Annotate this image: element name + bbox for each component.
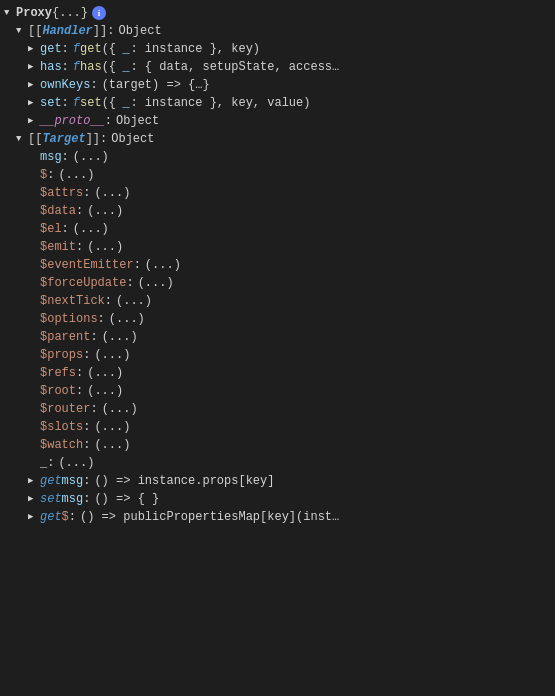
fn-keyword-set: f: [73, 94, 80, 112]
prop-watch-value: (...): [94, 436, 130, 454]
prop-refs[interactable]: $refs: (...): [0, 364, 555, 382]
set-msg-key: msg: [62, 490, 84, 508]
get-keyword: get: [40, 472, 62, 490]
set-fn-name: set: [80, 94, 102, 112]
prop-slots[interactable]: $slots: (...): [0, 418, 555, 436]
prop-eventemitter-key: $eventEmitter: [40, 256, 134, 274]
set-msg-line[interactable]: set msg: () => { }: [0, 490, 555, 508]
prop-forceupdate-key: $forceUpdate: [40, 274, 126, 292]
info-icon[interactable]: i: [92, 6, 106, 20]
get-msg-arrow[interactable]: [28, 472, 40, 490]
proto-arrow[interactable]: [28, 112, 40, 130]
prop-watch[interactable]: $watch: (...): [0, 436, 555, 454]
prop-attrs[interactable]: $attrs: (...): [0, 184, 555, 202]
prop-root-key: $root: [40, 382, 76, 400]
has-fn-name: has: [80, 58, 102, 76]
handler-type: Object: [118, 22, 161, 40]
prop-slots-value: (...): [94, 418, 130, 436]
prop-nexttick-key: $nextTick: [40, 292, 105, 310]
target-label: Target: [42, 130, 85, 148]
prop-refs-key: $refs: [40, 364, 76, 382]
prop-emit[interactable]: $emit: (...): [0, 238, 555, 256]
prop-data-value: (...): [87, 202, 123, 220]
prop-parent-value: (...): [102, 328, 138, 346]
prop-eventemitter[interactable]: $eventEmitter: (...): [0, 256, 555, 274]
ownkeys-line[interactable]: ownKeys: (target) => {…}: [0, 76, 555, 94]
prop-underscore-key: _: [40, 454, 47, 472]
get-dollar-keyword: get: [40, 508, 62, 526]
has-arrow[interactable]: [28, 58, 40, 76]
prop-props[interactable]: $props: (...): [0, 346, 555, 364]
prop-router[interactable]: $router: (...): [0, 400, 555, 418]
target-bracket-open: [[: [28, 130, 42, 148]
prop-router-value: (...): [102, 400, 138, 418]
prop-attrs-key: $attrs: [40, 184, 83, 202]
get-dollar-key: $: [62, 508, 69, 526]
prop-el-value: (...): [73, 220, 109, 238]
handler-bracket-close: ]]: [93, 22, 107, 40]
set-keyword: set: [40, 490, 62, 508]
handler-line[interactable]: [[Handler]]: Object: [0, 22, 555, 40]
prop-msg-key: msg: [40, 148, 62, 166]
prop-emit-value: (...): [87, 238, 123, 256]
get-fn-name: get: [80, 40, 102, 58]
has-fn-line[interactable]: has: f has ({ _: { data, setupState, acc…: [0, 58, 555, 76]
proxy-arrow[interactable]: [4, 4, 16, 22]
get-dollar-params: () => publicPropertiesMap[key](inst…: [80, 508, 339, 526]
prop-root-value: (...): [87, 382, 123, 400]
get-fn-line[interactable]: get: f get ({ _: instance }, key): [0, 40, 555, 58]
prop-root[interactable]: $root: (...): [0, 382, 555, 400]
prop-data[interactable]: $data: (...): [0, 202, 555, 220]
get-key: get: [40, 40, 62, 58]
get-msg-line[interactable]: get msg: () => instance.props[key]: [0, 472, 555, 490]
prop-underscore[interactable]: _: (...): [0, 454, 555, 472]
set-fn-line[interactable]: set: f set ({ _: instance }, key, value): [0, 94, 555, 112]
ownkeys-arrow[interactable]: [28, 76, 40, 94]
prop-dollar-value: (...): [58, 166, 94, 184]
get-arrow[interactable]: [28, 40, 40, 58]
prop-props-value: (...): [94, 346, 130, 364]
ownkeys-params: (target) => {…}: [102, 76, 210, 94]
prop-forceupdate[interactable]: $forceUpdate: (...): [0, 274, 555, 292]
prop-attrs-value: (...): [94, 184, 130, 202]
prop-parent-key: $parent: [40, 328, 90, 346]
set-key: set: [40, 94, 62, 112]
prop-msg-value: (...): [73, 148, 109, 166]
prop-options-key: $options: [40, 310, 98, 328]
fn-keyword-get: f: [73, 40, 80, 58]
proxy-label: Proxy: [16, 4, 52, 22]
prop-forceupdate-value: (...): [138, 274, 174, 292]
handler-label: Handler: [42, 22, 92, 40]
get-dollar-arrow[interactable]: [28, 508, 40, 526]
handler-arrow[interactable]: [16, 22, 28, 40]
fn-keyword-has: f: [73, 58, 80, 76]
get-dollar-line[interactable]: get $: () => publicPropertiesMap[key](in…: [0, 508, 555, 526]
prop-parent[interactable]: $parent: (...): [0, 328, 555, 346]
prop-options[interactable]: $options: (...): [0, 310, 555, 328]
get-msg-params: () => instance.props[key]: [94, 472, 274, 490]
prop-nexttick[interactable]: $nextTick: (...): [0, 292, 555, 310]
target-arrow[interactable]: [16, 130, 28, 148]
prop-el[interactable]: $el: (...): [0, 220, 555, 238]
prop-router-key: $router: [40, 400, 90, 418]
tree-container: Proxy {...} i [[Handler]]: Object get: f…: [0, 0, 555, 530]
get-msg-key: msg: [62, 472, 84, 490]
prop-emit-key: $emit: [40, 238, 76, 256]
prop-slots-key: $slots: [40, 418, 83, 436]
set-msg-arrow[interactable]: [28, 490, 40, 508]
target-line[interactable]: [[Target]]: Object: [0, 130, 555, 148]
proto-key: __proto__: [40, 112, 105, 130]
target-bracket-close: ]]: [86, 130, 100, 148]
prop-msg[interactable]: msg: (...): [0, 148, 555, 166]
set-arrow[interactable]: [28, 94, 40, 112]
prop-dollar-key: $: [40, 166, 47, 184]
prop-dollar[interactable]: $: (...): [0, 166, 555, 184]
proxy-root-line[interactable]: Proxy {...} i: [0, 4, 555, 22]
get-params: ({ _: instance }, key): [102, 40, 260, 58]
proxy-brace-open: {...}: [52, 4, 88, 22]
prop-nexttick-value: (...): [116, 292, 152, 310]
prop-options-value: (...): [109, 310, 145, 328]
handler-bracket-open: [[: [28, 22, 42, 40]
proto-line[interactable]: __proto__: Object: [0, 112, 555, 130]
prop-underscore-value: (...): [58, 454, 94, 472]
